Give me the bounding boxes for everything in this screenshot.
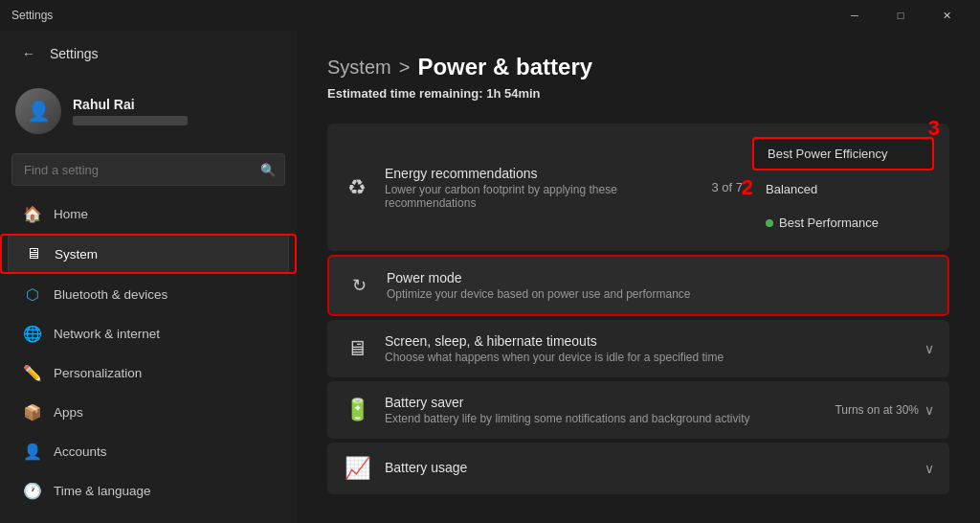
sidebar-item-label: Personalization (54, 366, 142, 380)
network-icon: 🌐 (23, 324, 42, 343)
profile-section[interactable]: 👤 Rahul Rai (0, 77, 297, 146)
search-container: 🔍 (11, 153, 285, 186)
app-title: Settings (11, 9, 833, 22)
screen-sleep-right: ∨ (924, 341, 934, 356)
energy-icon: ♻ (343, 175, 371, 200)
sidebar-item-label: Time & language (54, 484, 151, 498)
accounts-icon: 👤 (23, 442, 42, 461)
search-icon: 🔍 (260, 163, 276, 177)
sidebar-item-system[interactable]: 🖥 System (8, 234, 289, 274)
energy-count: 3 of 7 (711, 180, 743, 194)
system-icon: 🖥 (24, 244, 43, 263)
power-option-best-performance[interactable]: Best Performance (752, 208, 934, 238)
screen-sleep-chevron: ∨ (924, 341, 934, 356)
balanced-label: Balanced (766, 182, 817, 196)
battery-usage-row[interactable]: 📈 Battery usage ∨ (327, 443, 949, 494)
best-performance-label: Best Performance (779, 216, 879, 230)
energy-row-title: Energy recommendations (385, 166, 698, 181)
battery-saver-desc: Extend battery life by limiting some not… (385, 412, 821, 425)
battery-saver-threshold: Turns on at 30% (835, 403, 919, 417)
back-button[interactable]: ← (15, 40, 42, 67)
breadcrumb-parent: System (327, 57, 391, 79)
power-mode-options: Best Power Efficiency 3 Balanced Best Pe… (752, 137, 934, 238)
battery-usage-text: Battery usage (385, 460, 911, 477)
power-mode-text: Power mode Optimize your device based on… (387, 270, 932, 301)
battery-saver-title: Battery saver (385, 395, 821, 410)
sidebar-item-label: System (55, 247, 98, 262)
sidebar-item-personalization[interactable]: ✏️ Personalization (8, 353, 289, 392)
energy-row-text: Energy recommendations Lower your carbon… (385, 166, 698, 210)
sidebar-item-network[interactable]: 🌐 Network & internet (8, 314, 289, 352)
profile-email (73, 116, 188, 125)
sidebar-item-label: Accounts (54, 444, 107, 459)
maximize-button[interactable]: □ (879, 0, 923, 31)
estimated-label: Estimated time remaining: (327, 86, 483, 101)
screen-sleep-icon: 🖥 (343, 336, 371, 361)
best-power-label: Best Power Efficiency (768, 147, 887, 161)
battery-usage-icon: 📈 (343, 456, 371, 481)
energy-row-desc: Lower your carbon footprint by applying … (385, 183, 698, 210)
estimated-value: 1h 54min (486, 86, 540, 101)
window-controls: ─ □ ✕ (833, 0, 969, 31)
sidebar-item-home[interactable]: 🏠 Home (8, 194, 289, 233)
apps-icon: 📦 (23, 402, 42, 421)
screen-sleep-text: Screen, sleep, & hibernate timeouts Choo… (385, 333, 911, 364)
sidebar-item-label: Bluetooth & devices (54, 287, 167, 302)
breadcrumb: System > Power & battery (327, 54, 949, 80)
battery-usage-title: Battery usage (385, 460, 911, 475)
perf-indicator-dot (766, 219, 773, 227)
power-mode-title: Power mode (387, 270, 932, 285)
battery-saver-chevron: ∨ (924, 402, 934, 418)
sidebar: ← Settings 👤 Rahul Rai 🔍 🏠 Home (0, 31, 297, 523)
screen-sleep-row[interactable]: 🖥 Screen, sleep, & hibernate timeouts Ch… (327, 320, 949, 377)
battery-saver-right: Turns on at 30% ∨ (835, 402, 934, 418)
power-option-best-efficiency[interactable]: Best Power Efficiency 3 (752, 137, 934, 171)
sidebar-item-label: Home (54, 207, 88, 221)
app-body: ← Settings 👤 Rahul Rai 🔍 🏠 Home (0, 31, 980, 523)
main-content: System > Power & battery Estimated time … (297, 31, 980, 523)
screen-sleep-title: Screen, sleep, & hibernate timeouts (385, 333, 911, 349)
sidebar-item-apps[interactable]: 📦 Apps (8, 393, 289, 431)
power-mode-desc: Optimize your device based on power use … (387, 287, 932, 301)
sidebar-item-label: Apps (54, 405, 83, 420)
battery-usage-right: ∨ (924, 461, 934, 476)
close-button[interactable]: ✕ (924, 0, 969, 31)
battery-saver-text: Battery saver Extend battery life by lim… (385, 395, 821, 425)
search-input[interactable] (11, 153, 285, 186)
sidebar-item-bluetooth[interactable]: ⬡ Bluetooth & devices (8, 275, 289, 313)
energy-row-right: 3 of 7 Best Power Efficiency 3 Balanced (711, 137, 934, 238)
annotation-3: 3 (928, 116, 940, 141)
screen-sleep-desc: Choose what happens when your device is … (385, 351, 911, 364)
bluetooth-icon: ⬡ (23, 284, 42, 304)
battery-usage-chevron: ∨ (924, 461, 934, 476)
estimated-time: Estimated time remaining: 1h 54min (327, 86, 949, 101)
power-mode-icon: ↻ (345, 275, 373, 296)
titlebar: Settings ─ □ ✕ (0, 0, 980, 31)
energy-recommendations-row[interactable]: ♻ Energy recommendations Lower your carb… (327, 124, 949, 251)
breadcrumb-current: Power & battery (417, 54, 592, 80)
personalization-icon: ✏️ (23, 363, 42, 382)
sidebar-item-time[interactable]: 🕐 Time & language (8, 471, 289, 510)
power-option-balanced[interactable]: Balanced (752, 174, 934, 204)
sidebar-app-title: Settings (50, 46, 99, 61)
profile-name: Rahul Rai (73, 97, 188, 112)
breadcrumb-separator: > (399, 57, 411, 79)
power-mode-row[interactable]: ↻ Power mode Optimize your device based … (327, 255, 949, 316)
profile-info: Rahul Rai (73, 97, 188, 125)
battery-saver-icon: 🔋 (343, 398, 371, 422)
time-icon: 🕐 (23, 481, 42, 500)
avatar: 👤 (15, 88, 61, 134)
battery-saver-row[interactable]: 🔋 Battery saver Extend battery life by l… (327, 381, 949, 439)
minimize-button[interactable]: ─ (833, 0, 877, 31)
sidebar-item-accounts[interactable]: 👤 Accounts (8, 432, 289, 470)
sidebar-item-label: Network & internet (54, 327, 160, 341)
sidebar-header: ← Settings (0, 31, 297, 77)
home-icon: 🏠 (23, 204, 42, 223)
